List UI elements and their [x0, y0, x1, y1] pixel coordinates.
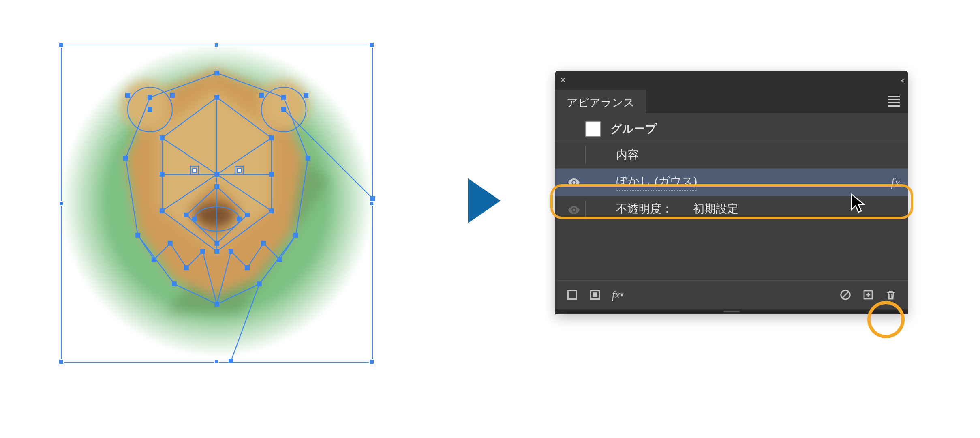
selection-bounding-box[interactable]	[61, 45, 373, 363]
visibility-on-icon[interactable]	[567, 176, 581, 189]
panel-footer: fx▾	[555, 280, 908, 309]
clear-appearance-icon[interactable]	[839, 288, 852, 301]
opacity-label: 不透明度：	[616, 201, 673, 219]
thumbnail-swatch	[585, 121, 601, 137]
arrow-icon	[468, 178, 501, 223]
new-fill-icon[interactable]	[588, 288, 601, 301]
row-gaussian-blur[interactable]: ぼかし (ガウス) fx	[555, 168, 908, 196]
close-icon[interactable]: ×	[560, 75, 566, 85]
panel-tabs: アピアランス	[555, 89, 908, 113]
svg-rect-24	[593, 292, 597, 297]
row-contents-label: 内容	[616, 147, 639, 163]
tab-appearance[interactable]: アピアランス	[555, 90, 646, 115]
opacity-value[interactable]: 初期設定	[693, 201, 738, 219]
delete-item-icon[interactable]	[884, 288, 897, 301]
canvas-artwork	[41, 24, 393, 377]
visibility-dim-icon[interactable]	[567, 203, 581, 217]
collapse-icon[interactable]: ‹‹	[901, 75, 903, 85]
add-effect-icon[interactable]: fx▾	[611, 288, 624, 301]
fx-icon: fx	[891, 176, 900, 189]
svg-rect-22	[568, 290, 577, 299]
row-group-label: グループ	[610, 121, 657, 137]
panel-titlebar[interactable]: × ‹‹	[555, 71, 908, 89]
row-group[interactable]: グループ	[555, 113, 908, 141]
row-opacity[interactable]: 不透明度： 初期設定	[555, 196, 908, 223]
appearance-panel: × ‹‹ アピアランス グループ 内容 ぼかし	[555, 71, 908, 314]
svg-line-26	[843, 292, 849, 298]
panel-resize-handle[interactable]	[555, 309, 908, 314]
duplicate-item-icon[interactable]	[862, 288, 875, 301]
row-contents[interactable]: 内容	[555, 141, 908, 168]
panel-menu-icon[interactable]	[888, 96, 902, 107]
new-stroke-icon[interactable]	[566, 288, 579, 301]
row-blur-label: ぼかし (ガウス)	[616, 174, 697, 191]
